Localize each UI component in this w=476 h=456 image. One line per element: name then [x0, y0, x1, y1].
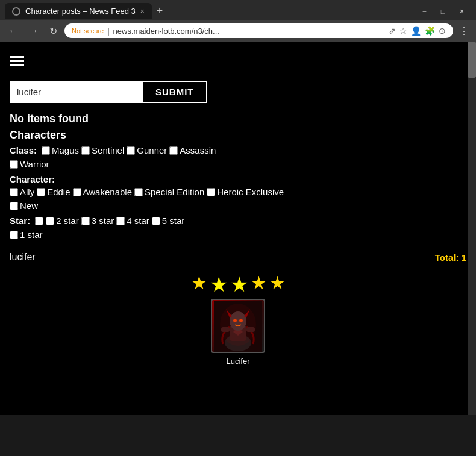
no-items-message: No items found [10, 113, 466, 125]
address-url: news.maiden-lotb.com/n3/ch... [113, 27, 381, 36]
char-label-heroic-exclusive: Heroic Exclusive [217, 187, 284, 197]
char-filter-special-edition[interactable]: Special Edition [134, 187, 204, 197]
profile-icon[interactable]: 👤 [411, 26, 421, 36]
class-checkbox-gunner[interactable] [127, 146, 135, 155]
characters-section-title: Characters [10, 129, 466, 142]
star-checkbox-5[interactable] [152, 217, 160, 225]
star-filter-row: Star: 2 star 3 star 4 star 5 star [10, 216, 466, 226]
char-filter-ally[interactable]: Ally [10, 187, 34, 197]
char-checkbox-special-edition[interactable] [134, 188, 143, 196]
address-separator: | [107, 27, 109, 36]
class-label-warrior: Warrior [20, 159, 49, 169]
class-checkbox-assassin[interactable] [169, 146, 178, 155]
hamburger-line-1 [10, 56, 24, 58]
results-row: lucifer Total: 1 [10, 252, 466, 263]
tab-bar: Character posts – News Feed 3 × + − □ × [0, 0, 476, 20]
window-minimize-button[interactable]: − [415, 5, 434, 18]
char-checkbox-eddie[interactable] [37, 188, 45, 196]
char-checkbox-awakenable[interactable] [73, 188, 81, 196]
reload-button[interactable]: ↻ [46, 24, 61, 38]
search-input[interactable] [10, 81, 142, 103]
address-bar[interactable]: Not secure | news.maiden-lotb.com/n3/ch.… [64, 23, 453, 38]
address-icons: ⇗ ☆ 👤 🧩 ⊙ [389, 26, 446, 36]
class-filter-assassin[interactable]: Assassin [169, 145, 216, 155]
class-filter-label: Class: [10, 145, 37, 155]
star-4: ★ [251, 272, 267, 296]
star-label-3: 3 star [92, 216, 114, 226]
hamburger-line-2 [10, 60, 24, 62]
star-checkbox-1[interactable] [35, 217, 43, 225]
bookmark-icon[interactable]: ☆ [399, 26, 407, 36]
search-row: SUBMIT [10, 81, 466, 103]
class-label-magus: Magus [52, 145, 79, 155]
star-label-2: 2 star [56, 216, 79, 226]
back-button[interactable]: ← [5, 24, 22, 37]
star-label-4: 4 star [127, 216, 149, 226]
star-filter-4[interactable]: 4 star [116, 216, 149, 226]
new-tab-button[interactable]: + [152, 2, 168, 20]
star-5: ★ [269, 272, 286, 296]
svg-point-11 [220, 304, 256, 346]
character-card[interactable]: ★ ★ ★ ★ ★ [10, 272, 466, 366]
class-filter-warrior[interactable]: Warrior [10, 159, 49, 169]
window-maximize-button[interactable]: □ [434, 5, 453, 18]
char-checkbox-heroic-exclusive[interactable] [207, 188, 215, 196]
char-filter-new[interactable]: New [10, 201, 38, 211]
char-filter-awakenable[interactable]: Awakenable [73, 187, 132, 197]
star-filter-1-item[interactable]: 1 star [10, 230, 43, 240]
star-filter-row-2: 1 star [10, 230, 466, 240]
class-checkbox-warrior[interactable] [10, 160, 18, 169]
extension-icon[interactable]: 🧩 [425, 26, 435, 36]
character-filter-row-1: Ally Eddie Awakenable Special Edition He… [10, 187, 466, 197]
star-checkbox-1b[interactable] [10, 231, 18, 239]
star-filter-3[interactable]: 3 star [81, 216, 114, 226]
stars-row: ★ ★ ★ ★ ★ [191, 272, 286, 296]
star-filter-1[interactable] [35, 217, 43, 225]
class-label-gunner: Gunner [137, 145, 167, 155]
submit-button[interactable]: SUBMIT [142, 81, 207, 103]
char-label-special-edition: Special Edition [145, 187, 204, 197]
star-1: ★ [191, 272, 207, 296]
security-warning: Not secure [72, 27, 104, 34]
star-checkbox-4[interactable] [116, 217, 125, 225]
window-close-button[interactable]: × [453, 5, 471, 18]
forward-button[interactable]: → [25, 24, 42, 37]
account-icon[interactable]: ⊙ [439, 26, 446, 36]
char-checkbox-ally[interactable] [10, 188, 18, 196]
browser-chrome: Character posts – News Feed 3 × + − □ × … [0, 0, 476, 42]
char-checkbox-new[interactable] [10, 202, 18, 210]
class-filter-row-2: Warrior [10, 159, 466, 169]
share-icon[interactable]: ⇗ [389, 26, 396, 36]
char-filter-heroic-exclusive[interactable]: Heroic Exclusive [207, 187, 284, 197]
star-checkbox-3[interactable] [81, 217, 90, 225]
class-filter-magus[interactable]: Magus [42, 145, 79, 155]
character-filter-row-2: New [10, 201, 466, 211]
browser-menu-button[interactable]: ⋮ [457, 24, 471, 38]
class-checkbox-magus[interactable] [42, 146, 50, 155]
scrollbar-track[interactable] [468, 42, 476, 415]
class-filter-sentinel[interactable]: Sentinel [81, 145, 124, 155]
star-3: ★ [230, 272, 248, 296]
class-checkbox-sentinel[interactable] [81, 146, 90, 155]
class-label-sentinel: Sentinel [92, 145, 124, 155]
char-label-awakenable: Awakenable [83, 187, 132, 197]
star-checkbox-2[interactable] [46, 217, 54, 225]
hamburger-line-3 [10, 64, 24, 66]
char-filter-eddie[interactable]: Eddie [37, 187, 70, 197]
star-filter-5[interactable]: 5 star [152, 216, 185, 226]
active-tab[interactable]: Character posts – News Feed 3 × [5, 3, 152, 19]
class-filter-row: Class: Magus Sentinel Gunner Assassin [10, 145, 466, 155]
star-label-1: 1 star [20, 230, 43, 240]
char-label-ally: Ally [20, 187, 34, 197]
page-content: SUBMIT No items found Characters Class: … [0, 42, 476, 415]
class-filter-gunner[interactable]: Gunner [127, 145, 167, 155]
character-image[interactable] [211, 299, 265, 353]
scrollbar-thumb[interactable] [468, 42, 476, 78]
char-label-eddie: Eddie [47, 187, 70, 197]
tab-close-button[interactable]: × [140, 7, 145, 16]
window-controls: − □ × [415, 5, 471, 18]
star-filter-2[interactable]: 2 star [46, 216, 79, 226]
hamburger-menu-button[interactable] [10, 49, 466, 73]
class-label-assassin: Assassin [180, 145, 216, 155]
character-name: Lucifer [226, 357, 249, 366]
